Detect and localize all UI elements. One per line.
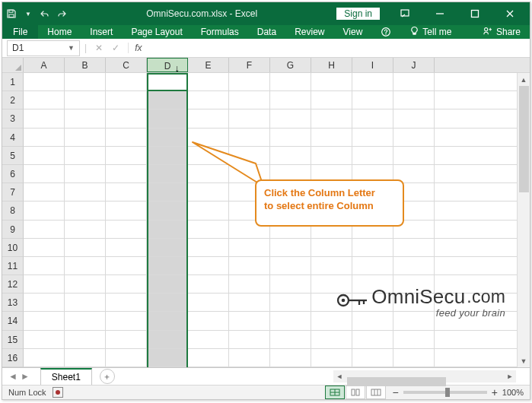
- cell-C8[interactable]: [106, 202, 147, 219]
- name-box[interactable]: D1 ▼: [7, 40, 80, 56]
- qat-dropdown-icon[interactable]: ▼: [22, 8, 34, 20]
- cell-E2[interactable]: [188, 91, 229, 109]
- row-header-3[interactable]: 3: [2, 109, 24, 128]
- cell-A1[interactable]: [24, 73, 65, 90]
- select-all-corner[interactable]: [2, 58, 24, 72]
- cell-E11[interactable]: [188, 257, 229, 274]
- cell-H4[interactable]: [311, 129, 352, 146]
- cell-D15[interactable]: [147, 331, 188, 348]
- cell-A7[interactable]: [24, 183, 65, 201]
- add-sheet-button[interactable]: ＋: [100, 369, 115, 384]
- cell-A9[interactable]: [24, 221, 65, 238]
- cell-H11[interactable]: [311, 257, 352, 274]
- col-header-J[interactable]: J: [393, 58, 435, 72]
- row-header-11[interactable]: 11: [2, 257, 24, 275]
- col-header-A[interactable]: A: [24, 58, 65, 72]
- zoom-slider[interactable]: [403, 391, 487, 394]
- cell-G1[interactable]: [270, 73, 311, 90]
- undo-icon[interactable]: [39, 8, 51, 20]
- col-header-I[interactable]: I: [352, 58, 393, 72]
- cell-H10[interactable]: [311, 239, 352, 256]
- cell-G5[interactable]: [270, 147, 311, 164]
- cell-H3[interactable]: [311, 109, 352, 127]
- cell-A3[interactable]: [24, 109, 65, 127]
- cell-F3[interactable]: [229, 109, 270, 127]
- cell-I11[interactable]: [352, 257, 393, 274]
- col-header-B[interactable]: B: [65, 58, 106, 72]
- row-header-5[interactable]: 5: [2, 147, 24, 165]
- cell-C14[interactable]: [106, 312, 147, 329]
- row-header-7[interactable]: 7: [2, 183, 24, 202]
- cell-I1[interactable]: [352, 73, 393, 90]
- help-icon[interactable]: [371, 25, 400, 39]
- cell-E12[interactable]: [188, 275, 229, 293]
- row-header-16[interactable]: 16: [2, 349, 24, 367]
- row-header-14[interactable]: 14: [2, 312, 24, 330]
- cell-F2[interactable]: [229, 91, 270, 109]
- cell-J4[interactable]: [393, 129, 435, 146]
- cell-B8[interactable]: [65, 202, 106, 219]
- cell-B14[interactable]: [65, 312, 106, 329]
- cell-F12[interactable]: [229, 275, 270, 293]
- cell-B9[interactable]: [65, 221, 106, 238]
- tab-page-layout[interactable]: Page Layout: [122, 25, 191, 39]
- cell-B7[interactable]: [65, 183, 106, 201]
- cell-A15[interactable]: [24, 331, 65, 348]
- cell-F16[interactable]: [229, 349, 270, 367]
- row-header-8[interactable]: 8: [2, 202, 24, 220]
- zoom-slider-knob[interactable]: [445, 388, 450, 397]
- cell-C12[interactable]: [106, 275, 147, 293]
- cell-D16[interactable]: [147, 349, 188, 367]
- tab-file[interactable]: File: [2, 25, 38, 39]
- cell-D2[interactable]: [147, 91, 188, 109]
- cell-F15[interactable]: [229, 331, 270, 348]
- cell-C2[interactable]: [106, 91, 147, 109]
- cell-D7[interactable]: [147, 183, 188, 201]
- cell-J10[interactable]: [393, 239, 435, 256]
- cell-A14[interactable]: [24, 312, 65, 329]
- scroll-right-icon[interactable]: ►: [504, 373, 516, 380]
- cell-E6[interactable]: [188, 165, 229, 182]
- cell-G2[interactable]: [270, 91, 311, 109]
- cell-J16[interactable]: [393, 349, 435, 367]
- vscroll-thumb[interactable]: [519, 86, 529, 192]
- cell-J1[interactable]: [393, 73, 435, 90]
- enter-icon[interactable]: ✓: [108, 43, 123, 53]
- cell-E16[interactable]: [188, 349, 229, 367]
- cell-C13[interactable]: [106, 294, 147, 311]
- cell-E3[interactable]: [188, 109, 229, 127]
- cell-B2[interactable]: [65, 91, 106, 109]
- redo-icon[interactable]: [56, 8, 68, 20]
- cell-A2[interactable]: [24, 91, 65, 109]
- cell-I15[interactable]: [352, 331, 393, 348]
- ribbon-options-icon[interactable]: [388, 2, 422, 25]
- cell-D11[interactable]: [147, 257, 188, 274]
- col-header-F[interactable]: F: [229, 58, 270, 72]
- tab-home[interactable]: Home: [38, 25, 81, 39]
- chevron-down-icon[interactable]: ▼: [68, 44, 75, 52]
- cell-C11[interactable]: [106, 257, 147, 274]
- cell-B13[interactable]: [65, 294, 106, 311]
- cell-A12[interactable]: [24, 275, 65, 293]
- cell-C16[interactable]: [106, 349, 147, 367]
- cell-H16[interactable]: [311, 349, 352, 367]
- cell-E8[interactable]: [188, 202, 229, 219]
- cell-B6[interactable]: [65, 165, 106, 182]
- cell-G11[interactable]: [270, 257, 311, 274]
- cell-G4[interactable]: [270, 129, 311, 146]
- save-icon[interactable]: [5, 8, 18, 20]
- row-header-10[interactable]: 10: [2, 239, 24, 257]
- cell-F1[interactable]: [229, 73, 270, 90]
- cell-E4[interactable]: [188, 129, 229, 146]
- sheet-prev-icon[interactable]: ◄: [8, 371, 18, 382]
- tab-insert[interactable]: Insert: [81, 25, 122, 39]
- row-header-1[interactable]: 1: [2, 73, 24, 91]
- cell-H5[interactable]: [311, 147, 352, 164]
- cell-A16[interactable]: [24, 349, 65, 367]
- sheet-tab-sheet1[interactable]: Sheet1: [40, 368, 92, 385]
- cell-B15[interactable]: [65, 331, 106, 348]
- cell-C3[interactable]: [106, 109, 147, 127]
- macro-record-icon[interactable]: [53, 387, 63, 398]
- cell-I5[interactable]: [352, 147, 393, 164]
- page-break-view-icon[interactable]: [366, 386, 386, 399]
